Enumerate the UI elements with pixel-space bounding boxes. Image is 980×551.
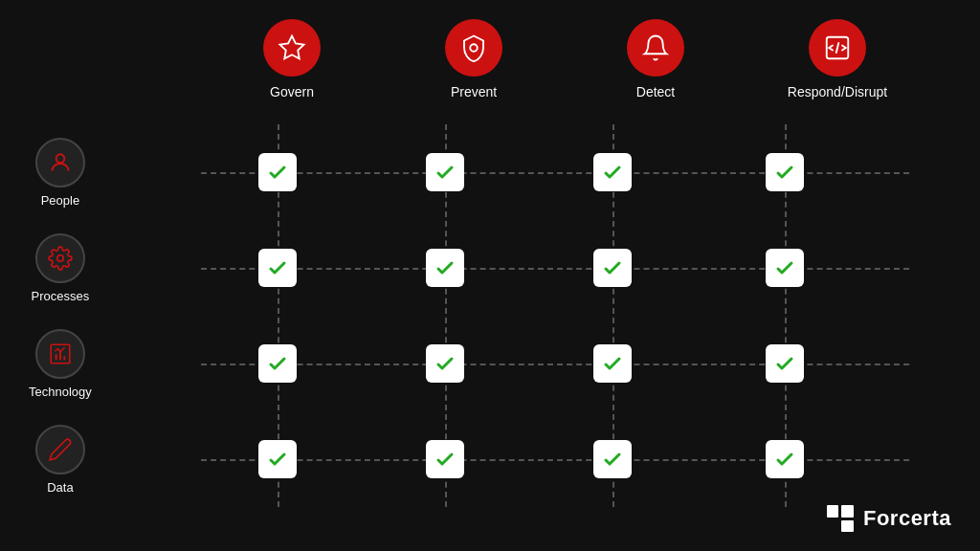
detect-icon-circle [627, 19, 684, 77]
chart-icon [48, 342, 73, 366]
check-icon [266, 161, 289, 184]
check-processes-respond [766, 249, 804, 287]
star-icon [278, 33, 306, 62]
logo-grid-icon [827, 505, 854, 532]
respond-label: Respond/Disrupt [788, 84, 887, 99]
row-label-technology: Technology [29, 316, 92, 411]
column-headers: Govern Prevent Detect [201, 19, 928, 99]
check-technology-govern [258, 344, 297, 383]
detect-label: Detect [636, 84, 675, 99]
check-icon [601, 352, 624, 375]
logo-cell-3 [827, 520, 839, 533]
check-data-prevent [426, 440, 464, 478]
data-icon-circle [35, 425, 85, 474]
prevent-label: Prevent [451, 84, 497, 99]
govern-label: Govern [270, 84, 314, 99]
check-icon [773, 448, 796, 471]
person-icon [48, 150, 73, 175]
check-icon [601, 256, 624, 279]
check-processes-govern [258, 249, 297, 287]
people-label-text: People [41, 193, 79, 208]
check-icon [773, 256, 796, 279]
technology-label-text: Technology [29, 385, 92, 399]
check-processes-detect [593, 249, 632, 287]
code-icon [823, 33, 852, 62]
check-icon [601, 161, 624, 184]
bell-icon [641, 33, 670, 62]
row-label-processes: Processes [29, 220, 92, 316]
pencil-icon [48, 437, 73, 462]
svg-point-0 [470, 44, 478, 52]
check-icon [434, 256, 457, 279]
check-icon [434, 352, 457, 375]
technology-icon-circle [35, 329, 85, 379]
logo-cell-4 [841, 520, 854, 533]
col-header-detect: Detect [565, 19, 746, 99]
check-data-detect [593, 440, 632, 478]
check-technology-detect [593, 344, 632, 383]
row-labels: People Processes Technology [29, 124, 92, 507]
check-processes-prevent [426, 249, 464, 287]
check-people-respond [766, 153, 804, 191]
logo-text: Forcerta [863, 506, 951, 531]
logo: Forcerta [827, 505, 951, 532]
svg-point-3 [57, 254, 64, 261]
check-icon [773, 352, 796, 375]
check-icon [434, 448, 457, 471]
col-header-prevent: Prevent [383, 19, 565, 99]
shield-icon [459, 33, 488, 62]
check-icon [773, 161, 796, 184]
check-icon [434, 161, 457, 184]
gear-icon [48, 246, 73, 271]
row-label-people: People [29, 124, 92, 220]
data-label-text: Data [47, 480, 73, 495]
check-icon [266, 256, 289, 279]
check-people-govern [258, 153, 297, 191]
check-icon [601, 448, 624, 471]
processes-icon-circle [35, 233, 85, 283]
check-data-respond [766, 440, 804, 478]
govern-icon-circle [263, 19, 321, 77]
row-label-data: Data [29, 411, 92, 507]
main-container: Govern Prevent Detect [0, 0, 980, 551]
check-technology-respond [766, 344, 804, 383]
col-header-respond: Respond/Disrupt [746, 19, 928, 99]
svg-point-2 [56, 154, 65, 163]
check-icon [266, 352, 289, 375]
check-people-prevent [426, 153, 464, 191]
people-icon-circle [35, 138, 85, 187]
grid-area [172, 124, 938, 507]
prevent-icon-circle [445, 19, 502, 77]
check-icon [266, 448, 289, 471]
logo-cell-1 [827, 505, 839, 518]
col-header-govern: Govern [201, 19, 383, 99]
check-people-detect [593, 153, 632, 191]
processes-label-text: Processes [32, 289, 90, 303]
check-technology-prevent [426, 344, 464, 383]
respond-icon-circle [809, 19, 866, 77]
logo-cell-2 [841, 505, 854, 518]
check-data-govern [258, 440, 297, 478]
